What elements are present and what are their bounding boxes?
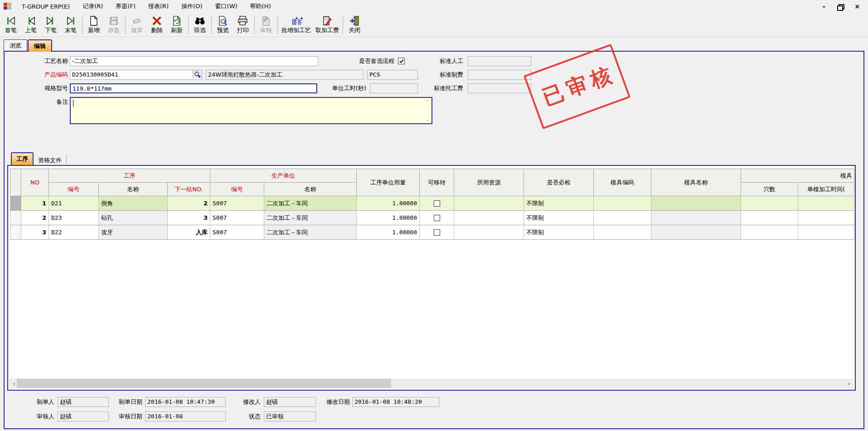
cell-no[interactable]: 3	[21, 225, 49, 240]
close-form-button[interactable]: 关闭	[344, 14, 364, 37]
last-record-button[interactable]: 末笔	[61, 14, 81, 37]
cell-unit-name[interactable]: 二次加工－车间	[264, 225, 357, 240]
get-processing-fee-button[interactable]: 取加工费	[313, 14, 341, 37]
tab-browse[interactable]: 浏览	[4, 39, 27, 51]
preview-button[interactable]: 预览	[213, 14, 233, 37]
row-selector[interactable]	[10, 225, 21, 240]
cell-cavities[interactable]	[741, 225, 798, 240]
batch-add-process-button[interactable]: 批增加工艺	[279, 14, 313, 37]
cell-process-name[interactable]: 倒角	[99, 196, 168, 211]
toolbar-separator	[277, 16, 278, 34]
cell-process-code[interactable]: D23	[49, 211, 99, 225]
cell-mold-name[interactable]	[651, 211, 741, 225]
cell-must-check[interactable]: 不限制	[524, 211, 594, 225]
cell-mold-name[interactable]	[651, 196, 741, 211]
cell-process-name[interactable]: 攻牙	[99, 225, 168, 240]
cell-mold-code[interactable]	[594, 211, 651, 225]
edit-panel: 工艺名称 -二次加工 是否首选流程 标准人工 产品编码 D250130005D4…	[4, 51, 864, 429]
cell-next-station[interactable]: 2	[168, 196, 210, 211]
cell-resources[interactable]	[454, 211, 524, 225]
cell-next-station[interactable]: 3	[168, 211, 210, 225]
product-code-label: 产品编码	[18, 70, 68, 80]
menu-report[interactable]: 报表(R)	[142, 0, 175, 13]
menu-operation[interactable]: 操作(O)	[175, 0, 209, 13]
cell-process-name[interactable]: 钻孔	[99, 211, 168, 225]
cell-mold-time[interactable]	[798, 211, 854, 225]
remark-scrollbar[interactable]: ⌃⌄	[424, 99, 431, 122]
cell-must-check[interactable]: 不限制	[524, 225, 594, 240]
remark-textarea[interactable]: ⌃⌄	[70, 97, 432, 124]
process-name-input[interactable]: -二次加工	[70, 56, 318, 66]
cell-unit-usage[interactable]: 1.00000	[357, 225, 420, 240]
menu-app[interactable]: T-GROUP ERP(E)	[15, 1, 76, 12]
menu-interface[interactable]: 界面(F)	[109, 0, 142, 13]
tab-edit[interactable]: 编辑	[28, 39, 52, 52]
row-selector[interactable]	[10, 196, 21, 211]
toolbar-label: 取加工费	[315, 27, 339, 34]
cell-mold-code[interactable]	[594, 196, 651, 211]
horizontal-scrollbar[interactable]: ‹ ›	[10, 378, 853, 388]
cell-transferable[interactable]	[420, 225, 454, 240]
cell-process-code[interactable]: D21	[49, 196, 99, 211]
cell-transferable[interactable]	[420, 196, 454, 211]
menu-window[interactable]: 窗口(W)	[209, 0, 244, 13]
refresh-button[interactable]: 刷新	[167, 14, 187, 37]
scroll-right-icon[interactable]: ›	[844, 380, 853, 387]
first-record-icon	[5, 15, 16, 27]
preferred-flow-checkbox[interactable]	[398, 58, 405, 64]
delete-button[interactable]: 删除	[147, 14, 167, 37]
new-button[interactable]: 新增	[84, 14, 104, 37]
cell-unit-code[interactable]: S007	[210, 225, 264, 240]
transferable-checkbox[interactable]	[434, 215, 440, 221]
cell-must-check[interactable]: 不限制	[524, 196, 594, 211]
cell-unit-usage[interactable]: 1.00000	[357, 196, 420, 211]
cell-no[interactable]: 2	[21, 211, 49, 225]
first-record-button[interactable]: 首笔	[1, 14, 21, 37]
main-tabstrip: 浏览 编辑	[4, 39, 53, 52]
spec-model-input[interactable]: 119.8*117mm	[70, 83, 317, 93]
cell-no[interactable]: 1	[21, 196, 49, 211]
scrollbar-thumb[interactable]	[17, 379, 391, 388]
cell-transferable[interactable]	[420, 211, 454, 225]
cell-unit-name[interactable]: 二次加工－车间	[264, 196, 357, 211]
cell-mold-code[interactable]	[594, 225, 651, 240]
cell-process-code[interactable]: D22	[49, 225, 99, 240]
menu-help[interactable]: 帮助(H)	[244, 0, 277, 13]
minimize-icon[interactable]: –	[822, 3, 825, 10]
row-selector[interactable]	[10, 211, 21, 225]
batch-add-icon	[290, 15, 303, 27]
cell-resources[interactable]	[454, 225, 524, 240]
app-logo-icon	[4, 3, 12, 10]
cell-unit-code[interactable]: S007	[210, 211, 264, 225]
filter-button[interactable]: 筛选	[190, 14, 210, 37]
product-lookup-button[interactable]	[193, 70, 202, 78]
cell-mold-time[interactable]	[798, 196, 854, 211]
product-code-input[interactable]: D250130005D41	[70, 70, 202, 80]
subtab-process[interactable]: 工序	[11, 152, 34, 165]
prev-record-button[interactable]: 上笔	[21, 14, 41, 37]
cell-unit-usage[interactable]: 1.00000	[357, 211, 420, 225]
grid-header-row-1: NO 工序 生产单位 工序单位用量 可移转 所用资源 是否必检 模具编码 模具名…	[10, 169, 854, 183]
cell-unit-code[interactable]: S007	[210, 196, 264, 211]
transferable-checkbox[interactable]	[434, 200, 440, 207]
scroll-up-icon[interactable]: ⌃	[425, 99, 429, 105]
cell-cavities[interactable]	[741, 196, 798, 211]
cell-mold-name[interactable]	[651, 225, 741, 240]
cell-resources[interactable]	[454, 196, 524, 211]
cell-cavities[interactable]	[741, 211, 798, 225]
subtab-qualification-docs[interactable]: 资格文件	[34, 155, 67, 165]
transferable-checkbox[interactable]	[434, 229, 440, 236]
window-controls: – ×	[822, 3, 868, 10]
modifier-label: 修改人	[229, 397, 261, 407]
toolbar-label: 存盘	[108, 27, 120, 34]
cell-mold-time[interactable]	[798, 225, 854, 240]
maker-field: 赵镇	[58, 397, 109, 407]
restore-icon[interactable]	[837, 4, 843, 9]
close-icon[interactable]: ×	[854, 3, 860, 10]
menu-record[interactable]: 记录(R)	[76, 0, 109, 13]
cell-next-station[interactable]: 入库	[168, 225, 210, 240]
cell-unit-name[interactable]: 二次加工－车间	[264, 211, 357, 225]
print-button[interactable]: 打印	[233, 14, 253, 37]
next-record-button[interactable]: 下笔	[41, 14, 61, 37]
scroll-down-icon[interactable]: ⌄	[425, 116, 429, 122]
